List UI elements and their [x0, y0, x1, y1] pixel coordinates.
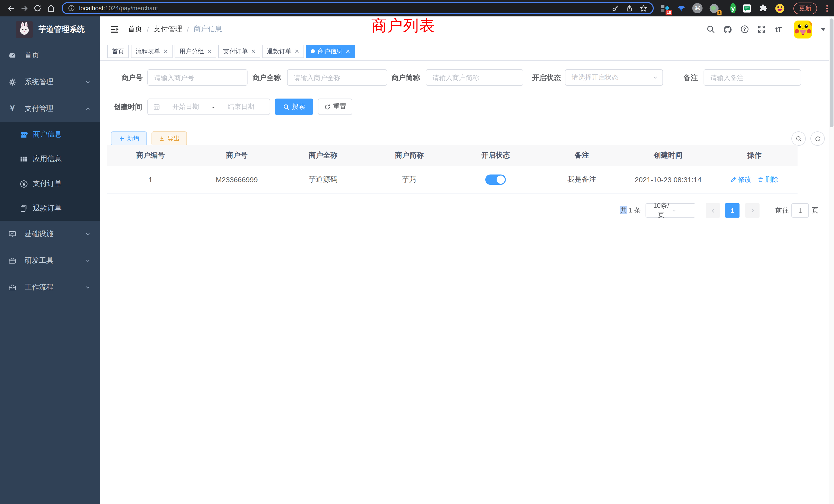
- sidebar-item-app-info[interactable]: 应用信息: [0, 147, 100, 171]
- extension-grid-icon[interactable]: 10: [659, 3, 670, 14]
- tab-pay-order[interactable]: 支付订单✕: [219, 45, 260, 58]
- create-time-label: 创建时间: [107, 98, 142, 115]
- sidebar-item-merchant-info[interactable]: 商户信息: [0, 122, 100, 147]
- tab-merchant-info[interactable]: 商户信息✕: [306, 45, 355, 58]
- remark-label: 备注: [669, 69, 698, 86]
- extension-emoji-icon[interactable]: [774, 3, 785, 14]
- address-bar[interactable]: localhost:1024/pay/merchant: [62, 2, 654, 14]
- cell-create-time: 2021-10-23 08:31:14: [625, 166, 711, 193]
- sidebar-item-infra[interactable]: 基础设施: [0, 221, 100, 247]
- github-icon[interactable]: [723, 25, 732, 34]
- page-size-select[interactable]: 10条/页: [645, 203, 695, 217]
- avatar[interactable]: [794, 20, 812, 38]
- caret-down-icon[interactable]: [821, 27, 826, 31]
- goto-page-input[interactable]: [791, 203, 809, 217]
- browser-update-button[interactable]: 更新: [793, 2, 817, 14]
- delete-button[interactable]: 删除: [758, 175, 778, 184]
- column-header: 商户全称: [280, 145, 366, 166]
- tab-refund-order[interactable]: 退款订单✕: [262, 45, 304, 58]
- sidebar-item-refund-order[interactable]: 退款订单: [0, 196, 100, 221]
- sidebar-collapse-icon[interactable]: [109, 24, 120, 35]
- app-logo[interactable]: 芋道管理系统: [0, 17, 100, 42]
- extension-profile-icon[interactable]: 1: [708, 3, 720, 14]
- tab-home[interactable]: 首页: [107, 45, 129, 58]
- bookmark-star-icon[interactable]: [639, 4, 648, 12]
- sidebar-item-pay-order[interactable]: 支付订单: [0, 171, 100, 196]
- close-icon[interactable]: ✕: [346, 48, 350, 55]
- extension-kite-icon[interactable]: [675, 3, 687, 14]
- status-select[interactable]: 请选择开启状态: [565, 69, 663, 86]
- cell-remark: 我是备注: [539, 166, 625, 193]
- browser-menu-icon[interactable]: [826, 5, 828, 12]
- sidebar-item-dev-tools[interactable]: 研发工具: [0, 247, 100, 274]
- status-placeholder: 请选择开启状态: [572, 73, 652, 82]
- site-info-icon[interactable]: [68, 5, 75, 12]
- export-button[interactable]: 导出: [152, 131, 187, 146]
- sidebar-item-workflow[interactable]: 工作流程: [0, 274, 100, 301]
- url-host: localhost: [79, 5, 104, 12]
- share-icon[interactable]: [626, 4, 633, 12]
- sidebar-item-pay[interactable]: ¥ 支付管理: [0, 95, 100, 122]
- search-button[interactable]: 搜索: [275, 98, 313, 115]
- status-toggle[interactable]: [485, 175, 506, 185]
- sidebar: 芋道管理系统 首页 系统管理 ¥ 支付管理: [0, 17, 100, 504]
- highlighted-char: 共: [620, 206, 627, 214]
- tab-process-form[interactable]: 流程表单✕: [131, 45, 173, 58]
- page-scrollbar[interactable]: [829, 17, 834, 504]
- browser-forward-button[interactable]: [18, 2, 31, 15]
- close-icon[interactable]: ✕: [294, 48, 299, 55]
- tab-user-group[interactable]: 用户分组✕: [175, 45, 216, 58]
- remark-input[interactable]: [704, 69, 801, 86]
- screen: localhost:1024/pay/merchant 10 ⌘: [0, 0, 834, 504]
- browser-reload-button[interactable]: [31, 2, 44, 15]
- hide-search-button[interactable]: [791, 131, 806, 146]
- cell-merchant-id: 1: [107, 166, 194, 193]
- status-label: 开启状态: [522, 69, 561, 86]
- next-page-button[interactable]: [745, 203, 760, 217]
- add-button[interactable]: 新增: [111, 131, 147, 146]
- table-header: 商户编号 商户号 商户全称 商户简称 开启状态 备注 创建时间 操作: [107, 145, 797, 166]
- y-glyph: y: [730, 3, 736, 13]
- merchant-no-input[interactable]: [147, 69, 247, 86]
- short-name-input[interactable]: [426, 69, 523, 86]
- breadcrumb-home[interactable]: 首页: [128, 25, 142, 34]
- trash-icon: [758, 177, 764, 183]
- app-frame: 芋道管理系统 首页 系统管理 ¥ 支付管理: [0, 17, 834, 504]
- chevron-down-icon: [85, 284, 91, 291]
- merchant-no-label: 商户号: [107, 69, 143, 86]
- refresh-button[interactable]: [810, 131, 825, 146]
- extensions-puzzle-icon[interactable]: [758, 3, 769, 14]
- sidebar-item-system[interactable]: 系统管理: [0, 69, 100, 95]
- browser-back-button[interactable]: [4, 2, 18, 15]
- extension-badge: 1: [717, 10, 722, 16]
- font-size-icon[interactable]: tT: [774, 25, 783, 34]
- column-header: 商户号: [194, 145, 280, 166]
- fullscreen-icon[interactable]: [757, 25, 766, 34]
- browser-home-button[interactable]: [44, 2, 58, 15]
- help-icon[interactable]: ?: [740, 25, 749, 34]
- edit-button[interactable]: 修改: [730, 175, 751, 184]
- close-icon[interactable]: ✕: [207, 48, 212, 55]
- prev-page-button[interactable]: [706, 203, 720, 217]
- extension-badge: 10: [665, 10, 672, 16]
- add-button-label: 新增: [127, 134, 139, 143]
- scrollbar-thumb[interactable]: [830, 19, 833, 127]
- extension-yudao-icon[interactable]: y: [725, 3, 736, 14]
- full-name-input[interactable]: [287, 69, 387, 86]
- reset-button[interactable]: 重置: [318, 98, 352, 115]
- close-icon[interactable]: ✕: [163, 48, 168, 55]
- chevron-down-icon: [85, 231, 91, 237]
- command-glyph: ⌘: [692, 3, 703, 13]
- date-end-placeholder: 结束日期: [217, 102, 265, 111]
- date-start-placeholder: 开始日期: [161, 102, 210, 111]
- dashboard-icon: [8, 51, 17, 60]
- create-time-range-picker[interactable]: 开始日期 - 结束日期: [147, 98, 270, 115]
- extension-command-icon[interactable]: ⌘: [692, 3, 703, 14]
- password-key-icon[interactable]: [612, 4, 619, 12]
- search-icon[interactable]: [706, 25, 716, 34]
- breadcrumb-pay[interactable]: 支付管理: [154, 25, 182, 34]
- extension-chat-icon[interactable]: [741, 3, 752, 14]
- close-icon[interactable]: ✕: [251, 48, 256, 55]
- page-number-1[interactable]: 1: [725, 203, 740, 217]
- sidebar-item-home[interactable]: 首页: [0, 42, 100, 69]
